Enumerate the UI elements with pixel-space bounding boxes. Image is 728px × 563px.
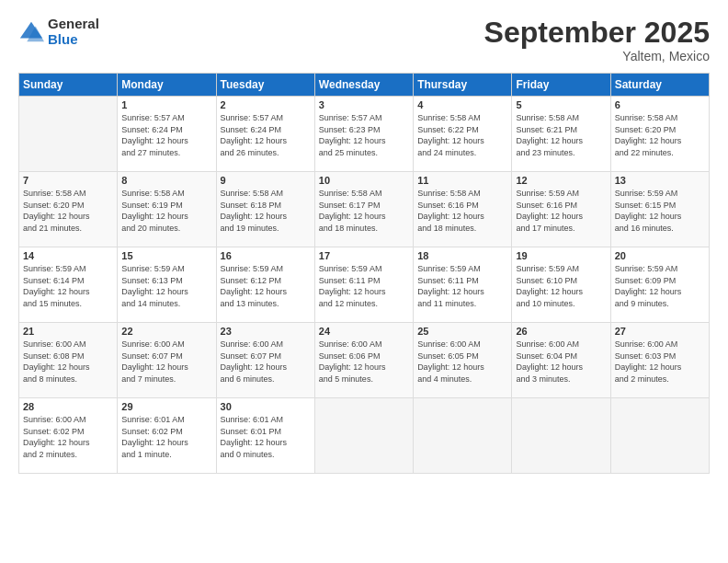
calendar-cell: 18Sunrise: 5:59 AM Sunset: 6:11 PM Dayli… [414, 247, 512, 323]
day-info: Sunrise: 6:00 AM Sunset: 6:05 PM Dayligh… [417, 339, 507, 385]
calendar-cell: 17Sunrise: 5:59 AM Sunset: 6:11 PM Dayli… [314, 247, 413, 323]
day-info: Sunrise: 6:00 AM Sunset: 6:08 PM Dayligh… [23, 339, 113, 385]
day-number: 6 [615, 99, 705, 110]
day-number: 24 [319, 326, 409, 337]
weekday-header: Friday [512, 74, 610, 97]
day-info: Sunrise: 5:58 AM Sunset: 6:19 PM Dayligh… [121, 188, 211, 234]
day-number: 22 [121, 326, 211, 337]
calendar-cell: 9Sunrise: 5:58 AM Sunset: 6:18 PM Daylig… [216, 172, 314, 247]
calendar-cell: 11Sunrise: 5:58 AM Sunset: 6:16 PM Dayli… [414, 172, 512, 247]
calendar-cell: 19Sunrise: 5:59 AM Sunset: 6:10 PM Dayli… [512, 247, 610, 323]
calendar-table: SundayMondayTuesdayWednesdayThursdayFrid… [18, 73, 710, 474]
day-info: Sunrise: 5:58 AM Sunset: 6:22 PM Dayligh… [417, 112, 507, 158]
day-info: Sunrise: 6:00 AM Sunset: 6:07 PM Dayligh… [221, 339, 311, 385]
calendar-cell: 3Sunrise: 5:57 AM Sunset: 6:23 PM Daylig… [314, 97, 413, 172]
calendar-cell: 12Sunrise: 5:59 AM Sunset: 6:16 PM Dayli… [512, 172, 610, 247]
calendar-cell: 28Sunrise: 6:00 AM Sunset: 6:02 PM Dayli… [19, 398, 118, 474]
day-number: 21 [23, 326, 113, 337]
calendar-cell: 8Sunrise: 5:58 AM Sunset: 6:19 PM Daylig… [118, 172, 216, 247]
day-info: Sunrise: 5:57 AM Sunset: 6:24 PM Dayligh… [221, 112, 311, 158]
day-info: Sunrise: 5:57 AM Sunset: 6:23 PM Dayligh… [319, 112, 409, 158]
day-number: 27 [615, 326, 705, 337]
location: Yaltem, Mexico [484, 49, 710, 63]
calendar-cell: 1Sunrise: 5:57 AM Sunset: 6:24 PM Daylig… [118, 97, 216, 172]
day-info: Sunrise: 5:58 AM Sunset: 6:20 PM Dayligh… [23, 188, 113, 234]
day-number: 23 [221, 326, 311, 337]
month-title: September 2025 [484, 17, 710, 49]
day-info: Sunrise: 6:00 AM Sunset: 6:07 PM Dayligh… [121, 339, 211, 385]
day-info: Sunrise: 5:58 AM Sunset: 6:18 PM Dayligh… [221, 188, 311, 234]
day-info: Sunrise: 5:58 AM Sunset: 6:20 PM Dayligh… [615, 112, 705, 158]
calendar-cell [414, 398, 512, 474]
calendar-cell: 22Sunrise: 6:00 AM Sunset: 6:07 PM Dayli… [118, 323, 216, 398]
title-block: September 2025 Yaltem, Mexico [484, 17, 710, 63]
day-info: Sunrise: 5:59 AM Sunset: 6:14 PM Dayligh… [23, 263, 113, 309]
logo-blue-text: Blue [48, 32, 99, 48]
day-number: 19 [516, 250, 606, 261]
day-info: Sunrise: 5:59 AM Sunset: 6:10 PM Dayligh… [516, 263, 606, 309]
day-info: Sunrise: 5:59 AM Sunset: 6:12 PM Dayligh… [221, 263, 311, 309]
weekday-header: Tuesday [216, 74, 314, 97]
weekday-header: Thursday [414, 74, 512, 97]
calendar-row: 21Sunrise: 6:00 AM Sunset: 6:08 PM Dayli… [19, 323, 710, 398]
day-number: 8 [121, 175, 211, 186]
calendar-cell: 21Sunrise: 6:00 AM Sunset: 6:08 PM Dayli… [19, 323, 118, 398]
calendar-cell: 4Sunrise: 5:58 AM Sunset: 6:22 PM Daylig… [414, 97, 512, 172]
calendar-cell: 6Sunrise: 5:58 AM Sunset: 6:20 PM Daylig… [610, 97, 709, 172]
day-info: Sunrise: 6:00 AM Sunset: 6:02 PM Dayligh… [23, 414, 113, 460]
day-info: Sunrise: 5:59 AM Sunset: 6:16 PM Dayligh… [516, 188, 606, 234]
day-number: 1 [121, 99, 211, 110]
calendar-row: 7Sunrise: 5:58 AM Sunset: 6:20 PM Daylig… [19, 172, 710, 247]
day-info: Sunrise: 6:00 AM Sunset: 6:04 PM Dayligh… [516, 339, 606, 385]
calendar-cell: 24Sunrise: 6:00 AM Sunset: 6:06 PM Dayli… [314, 323, 413, 398]
logo-general-text: General [48, 17, 99, 32]
day-info: Sunrise: 5:59 AM Sunset: 6:09 PM Dayligh… [615, 263, 705, 309]
calendar-cell: 2Sunrise: 5:57 AM Sunset: 6:24 PM Daylig… [216, 97, 314, 172]
calendar-cell: 7Sunrise: 5:58 AM Sunset: 6:20 PM Daylig… [19, 172, 118, 247]
day-number: 26 [516, 326, 606, 337]
weekday-header: Monday [118, 74, 216, 97]
day-info: Sunrise: 6:00 AM Sunset: 6:03 PM Dayligh… [615, 339, 705, 385]
day-number: 16 [221, 250, 311, 261]
day-number: 17 [319, 250, 409, 261]
calendar-cell: 26Sunrise: 6:00 AM Sunset: 6:04 PM Dayli… [512, 323, 610, 398]
day-number: 2 [221, 99, 311, 110]
weekday-header: Wednesday [314, 74, 413, 97]
day-number: 29 [121, 401, 211, 412]
day-number: 5 [516, 99, 606, 110]
day-number: 13 [615, 175, 705, 186]
header-row: SundayMondayTuesdayWednesdayThursdayFrid… [19, 74, 710, 97]
day-number: 18 [417, 250, 507, 261]
calendar-cell: 23Sunrise: 6:00 AM Sunset: 6:07 PM Dayli… [216, 323, 314, 398]
day-number: 25 [417, 326, 507, 337]
day-number: 7 [23, 175, 113, 186]
calendar-cell: 27Sunrise: 6:00 AM Sunset: 6:03 PM Dayli… [610, 323, 709, 398]
day-number: 28 [23, 401, 113, 412]
day-info: Sunrise: 5:59 AM Sunset: 6:11 PM Dayligh… [319, 263, 409, 309]
day-number: 9 [221, 175, 311, 186]
calendar-cell: 14Sunrise: 5:59 AM Sunset: 6:14 PM Dayli… [19, 247, 118, 323]
day-info: Sunrise: 6:00 AM Sunset: 6:06 PM Dayligh… [319, 339, 409, 385]
day-number: 12 [516, 175, 606, 186]
day-number: 4 [417, 99, 507, 110]
calendar-cell: 5Sunrise: 5:58 AM Sunset: 6:21 PM Daylig… [512, 97, 610, 172]
weekday-header: Saturday [610, 74, 709, 97]
calendar-row: 1Sunrise: 5:57 AM Sunset: 6:24 PM Daylig… [19, 97, 710, 172]
day-info: Sunrise: 6:01 AM Sunset: 6:01 PM Dayligh… [221, 414, 311, 460]
day-number: 10 [319, 175, 409, 186]
calendar-cell: 25Sunrise: 6:00 AM Sunset: 6:05 PM Dayli… [414, 323, 512, 398]
weekday-header: Sunday [19, 74, 118, 97]
calendar-cell [610, 398, 709, 474]
day-info: Sunrise: 5:59 AM Sunset: 6:13 PM Dayligh… [121, 263, 211, 309]
logo-text: General Blue [48, 17, 99, 47]
calendar-cell: 30Sunrise: 6:01 AM Sunset: 6:01 PM Dayli… [216, 398, 314, 474]
calendar-cell: 13Sunrise: 5:59 AM Sunset: 6:15 PM Dayli… [610, 172, 709, 247]
logo-icon [18, 19, 44, 45]
day-info: Sunrise: 6:01 AM Sunset: 6:02 PM Dayligh… [121, 414, 211, 460]
calendar-cell [19, 97, 118, 172]
day-number: 15 [121, 250, 211, 261]
day-number: 30 [221, 401, 311, 412]
calendar-cell [314, 398, 413, 474]
calendar-cell: 15Sunrise: 5:59 AM Sunset: 6:13 PM Dayli… [118, 247, 216, 323]
day-info: Sunrise: 5:59 AM Sunset: 6:15 PM Dayligh… [615, 188, 705, 234]
